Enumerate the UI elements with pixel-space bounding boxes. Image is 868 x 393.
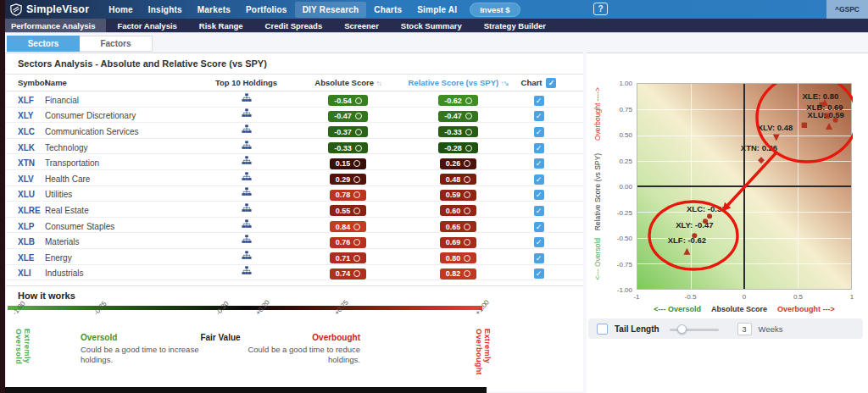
symbol-link[interactable]: XLU xyxy=(18,190,35,199)
rel-score-badge[interactable]: 0.48 xyxy=(440,174,477,185)
holdings-icon-button[interactable] xyxy=(242,185,252,200)
symbol-link[interactable]: XLP xyxy=(18,222,34,231)
nav-item-markets[interactable]: Markets xyxy=(190,2,238,18)
tail-length-checkbox[interactable] xyxy=(597,324,608,335)
col-symbol[interactable]: Symbol xyxy=(6,78,45,87)
chart-checkbox[interactable]: ✓ xyxy=(534,111,544,121)
abs-score-badge[interactable]: 0.74 xyxy=(330,268,367,280)
holdings-icon-button[interactable] xyxy=(242,139,252,153)
abs-score-badge[interactable]: 0.15 xyxy=(330,158,367,169)
chart-checkbox[interactable]: ✓ xyxy=(534,190,544,200)
rel-score-badge[interactable]: -0.62 xyxy=(438,95,478,106)
rel-score-badge[interactable]: 0.82 xyxy=(440,268,477,280)
nav-item-portfolios[interactable]: Portfolios xyxy=(238,2,295,18)
rel-score-badge[interactable]: 0.80 xyxy=(440,252,477,263)
chart-checkbox[interactable]: ✓ xyxy=(534,96,544,106)
data-point[interactable] xyxy=(802,123,807,128)
abs-score-badge[interactable]: 0.71 xyxy=(330,252,367,263)
chart-checkbox[interactable]: ✓ xyxy=(534,158,544,169)
subnav-item-performance-analysis[interactable]: Performance Analysis xyxy=(0,19,106,32)
abs-score-badge[interactable]: 0.84 xyxy=(330,221,367,232)
tab-factors[interactable]: Factors xyxy=(80,36,153,52)
data-point[interactable] xyxy=(826,123,832,130)
rel-score-badge[interactable]: 0.59 xyxy=(440,190,477,201)
symbol-link[interactable]: XTN xyxy=(18,158,35,168)
abs-score-badge[interactable]: 0.55 xyxy=(330,205,367,216)
chart-checkbox[interactable]: ✓ xyxy=(534,127,544,137)
nav-item-charts[interactable]: Charts xyxy=(366,2,409,18)
holdings-icon-button[interactable] xyxy=(242,107,252,121)
help-icon[interactable]: ? xyxy=(593,3,608,15)
rel-score-badge[interactable]: 0.60 xyxy=(440,205,477,216)
invest-button[interactable]: Invest $ xyxy=(470,3,520,17)
holdings-icon-button[interactable] xyxy=(242,249,252,263)
chart-select-all-checkbox[interactable]: ✓ xyxy=(546,78,556,88)
chart-checkbox[interactable]: ✓ xyxy=(534,268,544,279)
holdings-icon-button[interactable] xyxy=(242,170,252,185)
sort-icon[interactable]: ↑↘ xyxy=(501,80,509,87)
brand-logo[interactable]: SimpleVisor xyxy=(0,3,101,16)
sort-icon[interactable]: ↑↓ xyxy=(376,80,381,87)
abs-score-badge[interactable]: -0.37 xyxy=(328,126,368,137)
nav-item-simple-ai[interactable]: Simple AI xyxy=(409,2,465,18)
rel-score-badge[interactable]: 0.65 xyxy=(440,221,477,232)
data-point[interactable] xyxy=(707,213,712,219)
col-relative-score[interactable]: Relative Score (vs SPY) ↑↘ xyxy=(401,78,515,87)
rel-score-badge[interactable]: -0.47 xyxy=(438,111,478,122)
nav-item-insights[interactable]: Insights xyxy=(141,2,190,18)
subnav-item-stock-summary[interactable]: Stock Summary xyxy=(390,19,473,32)
rel-score-badge[interactable]: -0.33 xyxy=(438,126,478,137)
holdings-icon-button[interactable] xyxy=(242,233,252,247)
symbol-badge[interactable]: ^GSPC xyxy=(826,0,868,19)
symbol-link[interactable]: XLV xyxy=(18,174,34,184)
holdings-icon-button[interactable] xyxy=(242,218,252,232)
abs-score-badge[interactable]: 0.78 xyxy=(330,190,367,201)
symbol-link[interactable]: XLF xyxy=(18,96,34,105)
scatter-plot[interactable]: XLE: 0.80XLB: 0.69XLU: 0.59XLV: 0.48XTN:… xyxy=(637,83,852,290)
col-absolute-score[interactable]: Absolute Score ↑↓ xyxy=(295,78,401,87)
nav-item-diy-research[interactable]: DIY Research xyxy=(295,2,367,18)
subnav-item-factor-analysis[interactable]: Factor Analysis xyxy=(106,19,187,32)
rel-score-badge[interactable]: 0.69 xyxy=(440,237,477,248)
chart-checkbox[interactable]: ✓ xyxy=(534,222,544,232)
tail-length-value[interactable]: 3 xyxy=(737,323,752,335)
data-point[interactable] xyxy=(758,157,765,163)
col-name[interactable]: Name xyxy=(45,78,198,87)
sector-name: Industrials xyxy=(45,268,84,278)
subnav-item-risk-range[interactable]: Risk Range xyxy=(188,19,254,32)
holdings-icon-button[interactable] xyxy=(242,154,252,169)
holdings-icon-button[interactable] xyxy=(242,202,252,216)
symbol-link[interactable]: XLY xyxy=(18,111,34,120)
table-row: XLEEnergy0.710.80✓ xyxy=(6,249,583,265)
abs-score-badge[interactable]: -0.33 xyxy=(328,142,368,153)
slider-knob[interactable] xyxy=(677,324,687,334)
symbol-link[interactable]: XLC xyxy=(18,127,35,136)
rel-score-badge[interactable]: -0.28 xyxy=(438,142,478,153)
abs-score-badge[interactable]: 0.29 xyxy=(330,174,367,185)
nav-item-home[interactable]: Home xyxy=(101,2,141,18)
chart-checkbox[interactable]: ✓ xyxy=(534,206,544,216)
tab-sectors[interactable]: Sectors xyxy=(7,36,80,52)
tail-length-slider[interactable] xyxy=(670,324,719,334)
symbol-link[interactable]: XLK xyxy=(18,143,35,152)
rel-score-badge[interactable]: 0.26 xyxy=(440,158,477,169)
subnav-item-strategy-builder[interactable]: Strategy Builder xyxy=(473,19,557,32)
subnav-item-credit-spreads[interactable]: Credit Spreads xyxy=(254,19,334,32)
chart-checkbox[interactable]: ✓ xyxy=(534,237,544,247)
holdings-icon-button[interactable] xyxy=(242,91,252,106)
symbol-link[interactable]: XLI xyxy=(18,268,31,278)
chart-checkbox[interactable]: ✓ xyxy=(534,143,544,153)
symbol-link[interactable]: XLRE xyxy=(18,206,41,215)
abs-score-badge[interactable]: 0.76 xyxy=(330,237,367,248)
abs-score-badge[interactable]: -0.47 xyxy=(328,111,368,122)
subnav-item-screener[interactable]: Screener xyxy=(333,19,390,32)
holdings-icon-button[interactable] xyxy=(242,264,252,279)
abs-score-badge[interactable]: -0.54 xyxy=(328,95,368,106)
data-point[interactable] xyxy=(683,248,690,255)
holdings-icon-button[interactable] xyxy=(242,123,252,137)
data-point[interactable] xyxy=(773,134,780,141)
chart-checkbox[interactable]: ✓ xyxy=(534,174,544,185)
symbol-link[interactable]: XLE xyxy=(18,253,34,263)
chart-checkbox[interactable]: ✓ xyxy=(534,253,544,263)
symbol-link[interactable]: XLB xyxy=(18,237,35,246)
